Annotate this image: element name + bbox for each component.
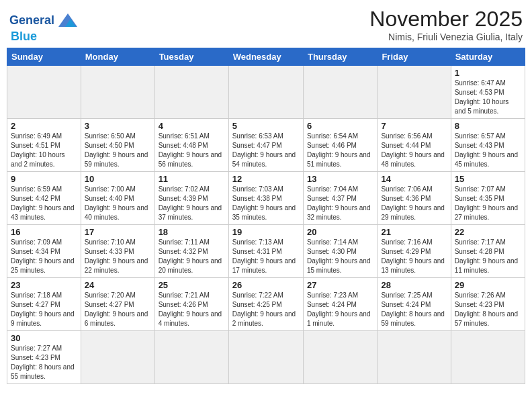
- day-info: Sunrise: 7:20 AM Sunset: 4:27 PM Dayligh…: [85, 291, 151, 328]
- day-info: Sunrise: 7:26 AM Sunset: 4:23 PM Dayligh…: [455, 291, 521, 328]
- day-number: 4: [159, 121, 225, 131]
- day-info: Sunrise: 7:25 AM Sunset: 4:24 PM Dayligh…: [381, 291, 447, 328]
- calendar-cell: 23Sunrise: 7:18 AM Sunset: 4:27 PM Dayli…: [7, 278, 81, 331]
- calendar-cell: 27Sunrise: 7:23 AM Sunset: 4:24 PM Dayli…: [303, 278, 377, 331]
- calendar-cell: 25Sunrise: 7:21 AM Sunset: 4:26 PM Dayli…: [154, 278, 228, 331]
- calendar-cell: 30Sunrise: 7:27 AM Sunset: 4:23 PM Dayli…: [7, 331, 81, 384]
- calendar-cell: 2Sunrise: 6:49 AM Sunset: 4:51 PM Daylig…: [7, 119, 81, 172]
- day-number: 12: [232, 174, 300, 184]
- title-block: November 2025 Nimis, Friuli Venezia Giul…: [369, 7, 523, 42]
- calendar-cell: [303, 331, 377, 384]
- day-number: 24: [85, 280, 151, 290]
- calendar-cell: [228, 66, 303, 119]
- day-number: 6: [307, 121, 373, 131]
- calendar-cell: [378, 331, 451, 384]
- week-row-5: 23Sunrise: 7:18 AM Sunset: 4:27 PM Dayli…: [7, 278, 525, 331]
- calendar-cell: 14Sunrise: 7:06 AM Sunset: 4:36 PM Dayli…: [378, 172, 451, 225]
- week-row-1: 1Sunrise: 6:47 AM Sunset: 4:53 PM Daylig…: [7, 66, 525, 119]
- day-info: Sunrise: 7:06 AM Sunset: 4:36 PM Dayligh…: [381, 185, 447, 222]
- calendar-cell: 11Sunrise: 7:02 AM Sunset: 4:39 PM Dayli…: [154, 172, 228, 225]
- day-info: Sunrise: 7:16 AM Sunset: 4:29 PM Dayligh…: [381, 238, 447, 275]
- day-number: 30: [11, 333, 77, 343]
- day-number: 3: [85, 121, 151, 131]
- day-info: Sunrise: 7:23 AM Sunset: 4:24 PM Dayligh…: [307, 291, 373, 328]
- calendar-cell: [81, 331, 154, 384]
- calendar-cell: 26Sunrise: 7:22 AM Sunset: 4:25 PM Dayli…: [228, 278, 303, 331]
- calendar-cell: 13Sunrise: 7:04 AM Sunset: 4:37 PM Dayli…: [303, 172, 377, 225]
- day-number: 5: [232, 121, 300, 131]
- day-number: 29: [455, 280, 521, 290]
- day-info: Sunrise: 7:13 AM Sunset: 4:31 PM Dayligh…: [232, 238, 300, 275]
- week-row-3: 9Sunrise: 6:59 AM Sunset: 4:42 PM Daylig…: [7, 172, 525, 225]
- weekday-header-sunday: Sunday: [7, 48, 81, 66]
- logo-text-general: General: [9, 13, 54, 28]
- day-number: 1: [455, 68, 521, 78]
- day-number: 21: [381, 227, 447, 237]
- day-info: Sunrise: 7:04 AM Sunset: 4:37 PM Dayligh…: [307, 185, 373, 222]
- calendar-cell: 28Sunrise: 7:25 AM Sunset: 4:24 PM Dayli…: [378, 278, 451, 331]
- calendar-cell: 18Sunrise: 7:11 AM Sunset: 4:32 PM Dayli…: [154, 225, 228, 278]
- calendar-cell: [7, 66, 81, 119]
- day-info: Sunrise: 7:02 AM Sunset: 4:39 PM Dayligh…: [159, 185, 225, 222]
- week-row-4: 16Sunrise: 7:09 AM Sunset: 4:34 PM Dayli…: [7, 225, 525, 278]
- day-info: Sunrise: 7:18 AM Sunset: 4:27 PM Dayligh…: [11, 291, 77, 328]
- day-number: 27: [307, 280, 373, 290]
- weekday-header-thursday: Thursday: [303, 48, 377, 66]
- calendar-cell: [154, 66, 228, 119]
- calendar-table: SundayMondayTuesdayWednesdayThursdayFrid…: [7, 48, 525, 384]
- subtitle: Nimis, Friuli Venezia Giulia, Italy: [369, 32, 523, 42]
- day-number: 7: [381, 121, 447, 131]
- calendar-cell: 4Sunrise: 6:51 AM Sunset: 4:48 PM Daylig…: [154, 119, 228, 172]
- calendar-cell: 20Sunrise: 7:14 AM Sunset: 4:30 PM Dayli…: [303, 225, 377, 278]
- calendar-cell: 15Sunrise: 7:07 AM Sunset: 4:35 PM Dayli…: [451, 172, 525, 225]
- logo: General Blue: [9, 11, 80, 44]
- logo-text-blue: Blue: [11, 30, 37, 44]
- day-number: 26: [232, 280, 300, 290]
- calendar-cell: [378, 66, 451, 119]
- day-info: Sunrise: 7:22 AM Sunset: 4:25 PM Dayligh…: [232, 291, 300, 328]
- day-number: 17: [85, 227, 151, 237]
- weekday-header-tuesday: Tuesday: [154, 48, 228, 66]
- weekday-header-row: SundayMondayTuesdayWednesdayThursdayFrid…: [7, 48, 525, 66]
- weekday-header-wednesday: Wednesday: [228, 48, 303, 66]
- day-info: Sunrise: 7:14 AM Sunset: 4:30 PM Dayligh…: [307, 238, 373, 275]
- day-info: Sunrise: 6:57 AM Sunset: 4:43 PM Dayligh…: [455, 132, 521, 169]
- logo-icon: [56, 11, 80, 30]
- day-number: 2: [11, 121, 77, 131]
- calendar-cell: 19Sunrise: 7:13 AM Sunset: 4:31 PM Dayli…: [228, 225, 303, 278]
- day-number: 14: [381, 174, 447, 184]
- day-info: Sunrise: 6:53 AM Sunset: 4:47 PM Dayligh…: [232, 132, 300, 169]
- weekday-header-saturday: Saturday: [451, 48, 525, 66]
- day-number: 18: [159, 227, 225, 237]
- calendar-cell: [81, 66, 154, 119]
- day-info: Sunrise: 7:09 AM Sunset: 4:34 PM Dayligh…: [11, 238, 77, 275]
- page-header: General Blue November 2025 Nimis, Friuli…: [7, 7, 525, 44]
- calendar-cell: 16Sunrise: 7:09 AM Sunset: 4:34 PM Dayli…: [7, 225, 81, 278]
- day-info: Sunrise: 7:11 AM Sunset: 4:32 PM Dayligh…: [159, 238, 225, 275]
- day-info: Sunrise: 6:51 AM Sunset: 4:48 PM Dayligh…: [159, 132, 225, 169]
- day-info: Sunrise: 6:49 AM Sunset: 4:51 PM Dayligh…: [11, 132, 77, 169]
- calendar-cell: 1Sunrise: 6:47 AM Sunset: 4:53 PM Daylig…: [451, 66, 525, 119]
- day-number: 10: [85, 174, 151, 184]
- calendar-cell: [451, 331, 525, 384]
- day-info: Sunrise: 7:07 AM Sunset: 4:35 PM Dayligh…: [455, 185, 521, 222]
- day-info: Sunrise: 7:10 AM Sunset: 4:33 PM Dayligh…: [85, 238, 151, 275]
- day-info: Sunrise: 6:59 AM Sunset: 4:42 PM Dayligh…: [11, 185, 77, 222]
- calendar-cell: 24Sunrise: 7:20 AM Sunset: 4:27 PM Dayli…: [81, 278, 154, 331]
- calendar-cell: 12Sunrise: 7:03 AM Sunset: 4:38 PM Dayli…: [228, 172, 303, 225]
- day-info: Sunrise: 7:00 AM Sunset: 4:40 PM Dayligh…: [85, 185, 151, 222]
- day-number: 19: [232, 227, 300, 237]
- day-info: Sunrise: 6:47 AM Sunset: 4:53 PM Dayligh…: [455, 79, 521, 116]
- day-number: 13: [307, 174, 373, 184]
- week-row-6: 30Sunrise: 7:27 AM Sunset: 4:23 PM Dayli…: [7, 331, 525, 384]
- calendar-cell: [228, 331, 303, 384]
- day-number: 8: [455, 121, 521, 131]
- weekday-header-friday: Friday: [378, 48, 451, 66]
- day-number: 16: [11, 227, 77, 237]
- calendar-cell: 29Sunrise: 7:26 AM Sunset: 4:23 PM Dayli…: [451, 278, 525, 331]
- weekday-header-monday: Monday: [81, 48, 154, 66]
- calendar-cell: 22Sunrise: 7:17 AM Sunset: 4:28 PM Dayli…: [451, 225, 525, 278]
- day-number: 28: [381, 280, 447, 290]
- day-info: Sunrise: 7:27 AM Sunset: 4:23 PM Dayligh…: [11, 344, 77, 381]
- calendar-cell: 17Sunrise: 7:10 AM Sunset: 4:33 PM Dayli…: [81, 225, 154, 278]
